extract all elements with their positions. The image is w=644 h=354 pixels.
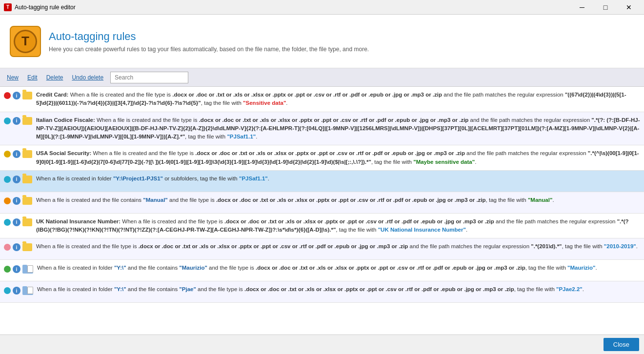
page-title: Auto-tagging rules (49, 30, 369, 43)
file-folder-icon (22, 265, 33, 274)
rule-row[interactable]: i Italian Codice Fiscale: When a file is… (0, 112, 644, 146)
rule-text: USA Social Security: When a file is crea… (36, 149, 640, 166)
info-icon: i (13, 287, 20, 295)
file-folder-icon (22, 286, 33, 295)
status-dot (4, 266, 11, 273)
rule-icons: i (4, 175, 32, 183)
toolbar: New Edit Delete Undo delete (0, 68, 644, 87)
rule-text: When a file is created in folder "Y:\" a… (37, 264, 640, 272)
folder-icon (22, 218, 32, 226)
rule-icons: i (4, 116, 32, 125)
status-dot (4, 197, 11, 204)
status-dot (4, 118, 11, 124)
status-dot (4, 219, 11, 226)
page-description: Here you can create powerful rules to ta… (49, 46, 369, 53)
folder-icon (22, 117, 32, 125)
rule-text: Italian Codice Fiscale: When a file is c… (36, 116, 640, 141)
folder-icon (22, 197, 32, 205)
logo-inner: T (14, 30, 37, 53)
rules-list: i Credit Card: When a file is created an… (0, 87, 644, 334)
header: T Auto-tagging rules Here you can create… (0, 15, 644, 68)
edit-button[interactable]: Edit (25, 73, 40, 82)
close-window-button[interactable]: ✕ (618, 2, 640, 13)
status-dot (4, 151, 11, 157)
header-content: Auto-tagging rules Here you can create p… (49, 30, 369, 53)
rule-row[interactable]: i When a file is created and the file ty… (0, 238, 644, 260)
info-icon: i (13, 117, 20, 125)
logo-t-icon: T (21, 34, 29, 49)
rule-text: When a file is created in folder "Y:\Pro… (36, 175, 640, 183)
rule-text: UK National Insurance Number: When a fil… (36, 217, 640, 235)
folder-icon (22, 150, 32, 158)
rule-row[interactable]: i When a file is created in folder "Y:\"… (0, 260, 644, 281)
title-bar: T Auto-tagging rule editor ─ □ ✕ (0, 0, 644, 15)
footer: Close (0, 334, 644, 354)
undo-delete-button[interactable]: Undo delete (70, 73, 105, 82)
rule-text: When a file is created and the file type… (36, 242, 640, 251)
info-icon: i (13, 150, 20, 158)
info-icon: i (13, 197, 20, 205)
rule-text: When a file is created in folder "Y:\" a… (37, 285, 640, 294)
rule-icons: i (4, 149, 32, 158)
minimize-button[interactable]: ─ (571, 2, 593, 13)
status-dot (4, 287, 11, 294)
close-button[interactable]: Close (604, 338, 639, 351)
new-button[interactable]: New (5, 73, 20, 82)
status-dot (4, 244, 11, 251)
info-icon: i (13, 218, 20, 226)
rule-text: Credit Card: When a file is created and … (36, 91, 640, 108)
title-bar-text: Auto-tagging rule editor (15, 4, 571, 11)
rule-row[interactable]: i When a file is created in folder "Y:\P… (0, 171, 644, 192)
rule-row[interactable]: i Credit Card: When a file is created an… (0, 87, 644, 112)
rule-icons: i (4, 264, 33, 274)
folder-icon (22, 243, 32, 251)
status-dot (4, 92, 11, 99)
folder-icon (22, 176, 32, 183)
info-icon: i (13, 92, 20, 99)
rule-icons: i (4, 285, 33, 295)
rule-icons: i (4, 196, 32, 205)
rule-row[interactable]: i UK National Insurance Number: When a f… (0, 214, 644, 239)
rule-row[interactable]: i When a file is created and the file co… (0, 192, 644, 214)
rule-row[interactable]: i When a file is created in folder "Y:\"… (0, 281, 644, 303)
status-dot (4, 176, 11, 183)
title-bar-controls: ─ □ ✕ (571, 2, 640, 13)
folder-icon (22, 92, 32, 99)
info-icon: i (13, 243, 20, 251)
delete-button[interactable]: Delete (44, 73, 65, 82)
info-icon: i (13, 265, 20, 273)
rule-icons: i (4, 217, 32, 226)
app-icon: T (4, 3, 12, 11)
search-input[interactable] (110, 72, 188, 83)
rule-icons: i (4, 242, 32, 251)
maximize-button[interactable]: □ (594, 2, 617, 13)
app-logo: T (10, 26, 41, 57)
info-icon: i (13, 176, 20, 183)
rule-row[interactable]: i USA Social Security: When a file is cr… (0, 145, 644, 171)
rule-icons: i (4, 91, 32, 99)
rule-text: When a file is created and the file cont… (36, 196, 640, 204)
